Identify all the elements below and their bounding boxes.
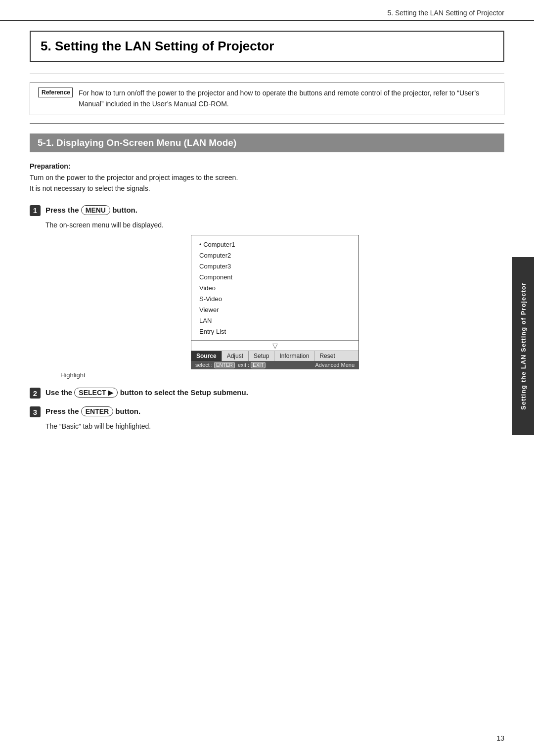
step-3-before: Press the <box>45 407 81 415</box>
menu-tabs: Source Adjust Setup Information Reset <box>191 351 358 361</box>
menu-item-computer1: Computer1 <box>199 239 351 250</box>
step-1: 1 Press the MENU button. <box>30 204 504 216</box>
preparation-text: Turn on the power to the projector and p… <box>30 172 504 194</box>
reference-text: For how to turn on/off the power to the … <box>79 88 496 110</box>
menu-key: MENU <box>81 205 110 215</box>
step-3-text: Press the ENTER button. <box>45 405 140 417</box>
menu-item-entrylist: Entry List <box>199 326 351 337</box>
select-key: SELECT ▶ <box>74 388 118 398</box>
step-3-after: button. <box>115 407 140 415</box>
step-2: 2 Use the SELECT ▶ button to select the … <box>30 387 504 399</box>
menu-bottom-left: select : ENTER exit : EXIT <box>195 362 266 368</box>
menu-item-viewer: Viewer <box>199 305 351 315</box>
reference-box: Reference For how to turn on/off the pow… <box>30 82 504 115</box>
chapter-title-box: 5. Setting the LAN Setting of Projector <box>30 31 504 62</box>
menu-bottom-bar: select : ENTER exit : EXIT Advanced Menu <box>191 361 358 369</box>
menu-box: Computer1 Computer2 Computer3 Component … <box>191 235 359 370</box>
menu-item-video: Video <box>199 283 351 294</box>
section-heading: 5-1. Displaying On-Screen Menu (LAN Mode… <box>30 133 504 152</box>
tab-information: Information <box>274 351 314 361</box>
tab-source: Source <box>191 351 222 361</box>
step-1-text: Press the MENU button. <box>45 204 137 216</box>
page-number: 13 <box>496 734 504 742</box>
reference-label: Reference <box>38 88 73 97</box>
menu-bottom-right: Advanced Menu <box>315 362 355 368</box>
step-1-number: 1 <box>30 205 41 216</box>
step-3-subtext: The “Basic” tab will be highlighted. <box>45 422 504 430</box>
menu-screenshot: Computer1 Computer2 Computer3 Component … <box>45 235 504 379</box>
step-2-text: Use the SELECT ▶ button to select the Se… <box>45 387 248 399</box>
header-text: 5. Setting the LAN Setting of Projector <box>387 9 504 17</box>
enter-key: ENTER <box>81 406 113 416</box>
tab-reset: Reset <box>314 351 340 361</box>
chapter-title: 5. Setting the LAN Setting of Projector <box>41 39 493 54</box>
menu-list: Computer1 Computer2 Computer3 Component … <box>191 235 358 341</box>
highlight-label: Highlight <box>60 371 86 379</box>
tab-adjust: Adjust <box>222 351 249 361</box>
menu-item-computer2: Computer2 <box>199 250 351 261</box>
step-1-subtext: The on-screen menu will be displayed. <box>45 221 504 229</box>
menu-arrow: ▽ <box>191 341 358 351</box>
step-1-after: button. <box>112 206 137 214</box>
step-3: 3 Press the ENTER button. <box>30 405 504 417</box>
step-2-after: button to select the Setup submenu. <box>120 388 248 397</box>
menu-item-component: Component <box>199 272 351 283</box>
menu-item-computer3: Computer3 <box>199 261 351 272</box>
menu-item-svideo: S-Video <box>199 294 351 305</box>
menu-item-lan: LAN <box>199 315 351 326</box>
page-header: 5. Setting the LAN Setting of Projector <box>0 0 534 21</box>
tab-setup: Setup <box>249 351 274 361</box>
divider-top <box>30 74 504 74</box>
step-2-number: 2 <box>30 388 41 399</box>
preparation-heading: Preparation: <box>30 162 504 170</box>
step-2-before: Use the <box>45 388 74 397</box>
step-1-before: Press the <box>45 206 81 214</box>
step-3-number: 3 <box>30 406 41 417</box>
side-tab: Setting the LAN Setting of Projector <box>512 257 534 435</box>
divider-bottom <box>30 123 504 124</box>
